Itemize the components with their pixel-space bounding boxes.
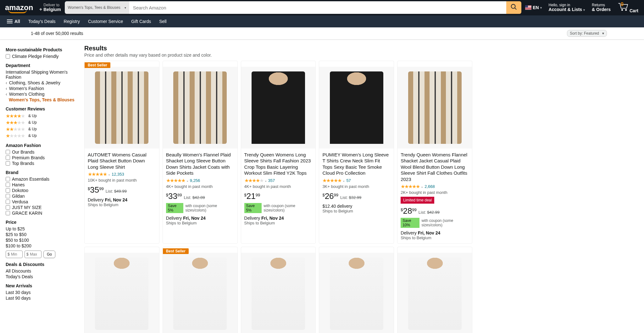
- cart-link[interactable]: 0 Cart: [614, 2, 641, 13]
- product-card[interactable]: Best Seller: [163, 247, 238, 333]
- checkbox[interactable]: [6, 183, 10, 187]
- nav-sell[interactable]: Sell: [156, 16, 169, 26]
- language-selector[interactable]: EN ▾: [522, 5, 545, 10]
- filter-premium-brands[interactable]: Premium Brands: [6, 155, 78, 161]
- product-card[interactable]: Beaully Women's Flannel Plaid Shacket Lo…: [163, 61, 238, 244]
- new-filter[interactable]: Last 30 days: [6, 290, 78, 295]
- search-category-dropdown[interactable]: Women's Tops, Tees & Blouses: [65, 1, 129, 14]
- price-range[interactable]: $25 to $50: [6, 232, 78, 237]
- product-rating[interactable]: ★★★★★⌄57: [322, 178, 391, 183]
- search-input[interactable]: [129, 1, 507, 14]
- product-rating[interactable]: ★★★★★⌄9,256: [166, 178, 234, 183]
- product-card[interactable]: [241, 247, 316, 333]
- product-rating[interactable]: ★★★★★⌄12,353: [88, 171, 156, 177]
- account-menu[interactable]: Hello, sign in Account & Lists ▾: [546, 3, 588, 12]
- dept-crumb[interactable]: Clothing, Shoes & Jewelry: [6, 80, 78, 86]
- brand-filter[interactable]: Amazon Essentials: [6, 176, 78, 182]
- brand-filter[interactable]: GRACE KARIN: [6, 210, 78, 216]
- product-title[interactable]: PUMIEY Women's Long Sleeve T Shirts Crew…: [322, 152, 391, 176]
- product-image[interactable]: [241, 67, 316, 149]
- filter-top-brands[interactable]: Top Brands: [6, 161, 78, 166]
- filter-4star-up[interactable]: ★★★★★& Up: [6, 113, 78, 119]
- checkbox[interactable]: [6, 188, 10, 193]
- brand-filter[interactable]: JUST MY SIZE: [6, 205, 78, 210]
- product-image[interactable]: [85, 67, 159, 149]
- nav-customer-service[interactable]: Customer Service: [85, 16, 126, 26]
- brand-filter[interactable]: Verdusa: [6, 199, 78, 205]
- product-price: $3389List: $42.89: [166, 191, 234, 201]
- coupon-badge: Save 10%: [401, 218, 419, 228]
- review-count[interactable]: 12,353: [112, 172, 124, 177]
- product-card[interactable]: Trendy Queen Womens Long Sleeve Shirts F…: [241, 61, 316, 244]
- product-card[interactable]: [319, 247, 394, 333]
- product-image[interactable]: [163, 253, 237, 333]
- product-price: $2199: [244, 191, 313, 201]
- product-image[interactable]: [85, 253, 159, 333]
- filter-2star-up[interactable]: ★★★★★& Up: [6, 126, 78, 133]
- deals-filter[interactable]: All Discounts: [6, 268, 78, 274]
- dept-crumb[interactable]: Women's Fashion: [6, 86, 78, 91]
- review-count[interactable]: 357: [268, 178, 275, 183]
- checkbox[interactable]: [6, 205, 10, 210]
- nav-all[interactable]: All: [4, 16, 23, 27]
- product-title[interactable]: AUTOMET Womens Casual Plaid Shacket Butt…: [88, 152, 156, 170]
- checkbox[interactable]: [6, 54, 10, 59]
- search-button[interactable]: [506, 1, 521, 14]
- review-count[interactable]: 57: [346, 178, 351, 183]
- review-count[interactable]: 2,668: [425, 184, 435, 189]
- price-range[interactable]: Up to $25: [6, 226, 78, 232]
- nav-registry[interactable]: Registry: [61, 16, 83, 26]
- checkbox[interactable]: [6, 150, 10, 154]
- product-title[interactable]: Trendy Queen Womens Long Sleeve Shirts F…: [244, 152, 313, 176]
- checkbox[interactable]: [6, 155, 10, 160]
- product-card[interactable]: [397, 247, 472, 333]
- price-range[interactable]: $50 to $100: [6, 237, 78, 243]
- deals-filter[interactable]: Today's Deals: [6, 274, 78, 279]
- deliver-to[interactable]: ⌖ Deliver to Belgium: [36, 1, 64, 14]
- product-card[interactable]: [84, 247, 159, 333]
- filter-3star-up[interactable]: ★★★★★& Up: [6, 119, 78, 126]
- amazon-logo[interactable]: amazon: [3, 1, 36, 14]
- filter-climate-pledge[interactable]: Climate Pledge Friendly: [6, 54, 78, 59]
- price-range[interactable]: $100 to $200: [6, 243, 78, 249]
- product-image[interactable]: [397, 253, 472, 333]
- brand-filter[interactable]: Hanes: [6, 182, 78, 188]
- product-image[interactable]: [397, 67, 472, 149]
- product-title[interactable]: Trendy Queen Womens Flannel Shacket Jack…: [401, 152, 469, 183]
- product-card[interactable]: Trendy Queen Womens Flannel Shacket Jack…: [397, 61, 472, 244]
- checkbox[interactable]: [6, 194, 10, 198]
- star-rating-icon: ★★★★★: [244, 178, 263, 183]
- product-title[interactable]: Beaully Women's Flannel Plaid Shacket Lo…: [166, 152, 234, 176]
- product-image[interactable]: [241, 253, 316, 333]
- sort-dropdown[interactable]: Sort by: Featured: [567, 30, 607, 37]
- brand-filter[interactable]: Gildan: [6, 193, 78, 199]
- product-image[interactable]: [319, 67, 394, 149]
- product-rating[interactable]: ★★★★★⌄2,668: [401, 183, 469, 189]
- orders-link[interactable]: Returns & Orders: [589, 3, 614, 12]
- product-card[interactable]: PUMIEY Women's Long Sleeve T Shirts Crew…: [319, 61, 394, 244]
- nav-todays-deals[interactable]: Today's Deals: [25, 16, 59, 26]
- filter-label: Hanes: [12, 182, 25, 187]
- checkbox[interactable]: [6, 211, 10, 215]
- dept-crumb[interactable]: Women's Clothing: [6, 91, 78, 97]
- checkbox[interactable]: [6, 161, 10, 166]
- best-seller-badge: Best Seller: [163, 248, 189, 254]
- product-thumb-icon: [252, 71, 305, 144]
- us-flag-icon: [525, 5, 531, 10]
- product-image[interactable]: [319, 253, 394, 333]
- product-image[interactable]: [163, 67, 237, 149]
- product-card[interactable]: Best SellerAUTOMET Womens Casual Plaid S…: [84, 61, 159, 244]
- review-count[interactable]: 9,256: [190, 178, 200, 183]
- checkbox[interactable]: [6, 200, 10, 204]
- checkbox[interactable]: [6, 177, 10, 181]
- nav-gift-cards[interactable]: Gift Cards: [128, 16, 154, 26]
- dept-top[interactable]: International Shipping Women's Fashion: [6, 69, 78, 80]
- new-filter[interactable]: Last 90 days: [6, 295, 78, 301]
- price-go-button[interactable]: Go: [43, 251, 55, 258]
- star-icon: ★★★★★: [6, 126, 25, 132]
- brand-filter[interactable]: Dokotoo: [6, 188, 78, 193]
- filter-1star-up[interactable]: ★★★★★& Up: [6, 133, 78, 139]
- filter-our-brands[interactable]: Our Brands: [6, 149, 78, 155]
- chevron-down-icon: ⌄: [421, 185, 423, 188]
- product-rating[interactable]: ★★★★★⌄357: [244, 178, 313, 183]
